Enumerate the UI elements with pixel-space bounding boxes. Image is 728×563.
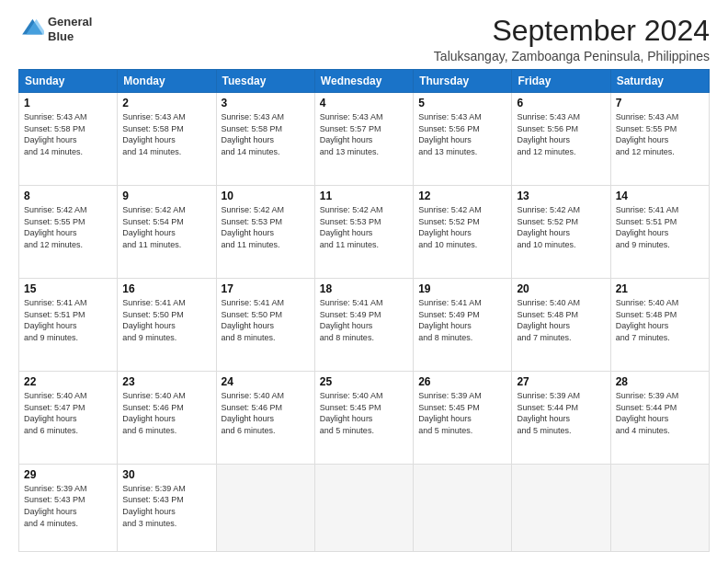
calendar-day-cell: 21 Sunrise: 5:40 AM Sunset: 5:48 PM Dayl… xyxy=(610,279,709,372)
subtitle: Taluksangay, Zamboanga Peninsula, Philip… xyxy=(434,49,710,63)
calendar-day-cell: 27 Sunrise: 5:39 AM Sunset: 5:44 PM Dayl… xyxy=(512,371,610,464)
calendar-week-row: 1 Sunrise: 5:43 AM Sunset: 5:58 PM Dayli… xyxy=(19,93,710,186)
day-number: 29 xyxy=(24,468,112,481)
day-number: 30 xyxy=(122,468,210,481)
day-number: 1 xyxy=(24,97,112,109)
day-info: Sunrise: 5:41 AM Sunset: 5:49 PM Dayligh… xyxy=(320,297,408,343)
calendar-day-cell: 14 Sunrise: 5:41 AM Sunset: 5:51 PM Dayl… xyxy=(610,186,709,279)
day-info: Sunrise: 5:41 AM Sunset: 5:51 PM Dayligh… xyxy=(616,204,704,250)
calendar-day-cell: 13 Sunrise: 5:42 AM Sunset: 5:52 PM Dayl… xyxy=(512,186,610,279)
day-number: 13 xyxy=(517,190,605,202)
day-info: Sunrise: 5:42 AM Sunset: 5:54 PM Dayligh… xyxy=(122,204,210,250)
col-monday: Monday xyxy=(118,70,216,93)
day-number: 19 xyxy=(418,282,506,295)
col-friday: Friday xyxy=(512,70,610,93)
day-info: Sunrise: 5:43 AM Sunset: 5:56 PM Dayligh… xyxy=(517,111,605,157)
calendar-week-row: 8 Sunrise: 5:42 AM Sunset: 5:55 PM Dayli… xyxy=(19,186,710,279)
header-row: Sunday Monday Tuesday Wednesday Thursday… xyxy=(19,70,710,93)
day-number: 8 xyxy=(24,190,112,202)
day-info: Sunrise: 5:43 AM Sunset: 5:57 PM Dayligh… xyxy=(320,111,408,157)
day-number: 10 xyxy=(222,190,310,202)
day-info: Sunrise: 5:42 AM Sunset: 5:52 PM Dayligh… xyxy=(517,204,605,250)
calendar-week-row: 29 Sunrise: 5:39 AM Sunset: 5:43 PM Dayl… xyxy=(19,464,710,551)
day-info: Sunrise: 5:39 AM Sunset: 5:43 PM Dayligh… xyxy=(24,483,112,529)
calendar-day-cell: 16 Sunrise: 5:41 AM Sunset: 5:50 PM Dayl… xyxy=(118,279,216,372)
calendar-day-cell: 15 Sunrise: 5:41 AM Sunset: 5:51 PM Dayl… xyxy=(19,279,118,372)
day-number: 6 xyxy=(517,97,605,109)
day-info: Sunrise: 5:39 AM Sunset: 5:44 PM Dayligh… xyxy=(517,390,605,436)
calendar-day-cell: 8 Sunrise: 5:42 AM Sunset: 5:55 PM Dayli… xyxy=(19,186,118,279)
logo-icon xyxy=(18,17,44,42)
calendar-day-cell: 11 Sunrise: 5:42 AM Sunset: 5:53 PM Dayl… xyxy=(314,186,413,279)
calendar-day-cell: 1 Sunrise: 5:43 AM Sunset: 5:58 PM Dayli… xyxy=(19,93,118,186)
logo: General Blue xyxy=(18,15,92,43)
col-sunday: Sunday xyxy=(19,70,118,93)
col-wednesday: Wednesday xyxy=(314,70,413,93)
day-number: 18 xyxy=(320,282,408,295)
day-number: 12 xyxy=(418,190,506,202)
calendar-week-row: 15 Sunrise: 5:41 AM Sunset: 5:51 PM Dayl… xyxy=(19,279,710,372)
calendar-day-cell: 26 Sunrise: 5:39 AM Sunset: 5:45 PM Dayl… xyxy=(414,371,512,464)
day-info: Sunrise: 5:39 AM Sunset: 5:43 PM Dayligh… xyxy=(122,483,210,529)
day-info: Sunrise: 5:39 AM Sunset: 5:44 PM Dayligh… xyxy=(616,390,704,436)
logo-line1: General xyxy=(48,15,92,29)
calendar-day-cell: 10 Sunrise: 5:42 AM Sunset: 5:53 PM Dayl… xyxy=(216,186,314,279)
calendar-day-cell: 6 Sunrise: 5:43 AM Sunset: 5:56 PM Dayli… xyxy=(512,93,610,186)
day-info: Sunrise: 5:42 AM Sunset: 5:55 PM Dayligh… xyxy=(24,204,112,250)
day-number: 15 xyxy=(24,282,112,295)
calendar-day-cell: 19 Sunrise: 5:41 AM Sunset: 5:49 PM Dayl… xyxy=(414,279,512,372)
day-number: 22 xyxy=(24,375,112,388)
day-number: 17 xyxy=(222,282,310,295)
col-saturday: Saturday xyxy=(610,70,709,93)
day-info: Sunrise: 5:41 AM Sunset: 5:50 PM Dayligh… xyxy=(122,297,210,343)
calendar-day-cell: 5 Sunrise: 5:43 AM Sunset: 5:56 PM Dayli… xyxy=(414,93,512,186)
calendar-day-cell: 20 Sunrise: 5:40 AM Sunset: 5:48 PM Dayl… xyxy=(512,279,610,372)
calendar-day-cell xyxy=(314,464,413,551)
day-number: 21 xyxy=(616,282,704,295)
calendar-day-cell xyxy=(216,464,314,551)
day-info: Sunrise: 5:40 AM Sunset: 5:48 PM Dayligh… xyxy=(517,297,605,343)
calendar-day-cell: 3 Sunrise: 5:43 AM Sunset: 5:58 PM Dayli… xyxy=(216,93,314,186)
day-info: Sunrise: 5:43 AM Sunset: 5:58 PM Dayligh… xyxy=(122,111,210,157)
title-block: September 2024 Taluksangay, Zamboanga Pe… xyxy=(434,15,710,63)
calendar-day-cell: 2 Sunrise: 5:43 AM Sunset: 5:58 PM Dayli… xyxy=(118,93,216,186)
day-info: Sunrise: 5:39 AM Sunset: 5:45 PM Dayligh… xyxy=(418,390,506,436)
day-info: Sunrise: 5:40 AM Sunset: 5:47 PM Dayligh… xyxy=(24,390,112,436)
calendar-day-cell: 29 Sunrise: 5:39 AM Sunset: 5:43 PM Dayl… xyxy=(19,464,118,551)
day-info: Sunrise: 5:42 AM Sunset: 5:53 PM Dayligh… xyxy=(222,204,310,250)
day-number: 9 xyxy=(122,190,210,202)
calendar-day-cell: 18 Sunrise: 5:41 AM Sunset: 5:49 PM Dayl… xyxy=(314,279,413,372)
calendar-day-cell: 12 Sunrise: 5:42 AM Sunset: 5:52 PM Dayl… xyxy=(414,186,512,279)
day-number: 5 xyxy=(418,97,506,109)
calendar-day-cell: 25 Sunrise: 5:40 AM Sunset: 5:45 PM Dayl… xyxy=(314,371,413,464)
calendar-day-cell: 28 Sunrise: 5:39 AM Sunset: 5:44 PM Dayl… xyxy=(610,371,709,464)
day-number: 25 xyxy=(320,375,408,388)
day-number: 28 xyxy=(616,375,704,388)
calendar-day-cell: 4 Sunrise: 5:43 AM Sunset: 5:57 PM Dayli… xyxy=(314,93,413,186)
day-number: 23 xyxy=(122,375,210,388)
day-number: 26 xyxy=(418,375,506,388)
day-info: Sunrise: 5:42 AM Sunset: 5:52 PM Dayligh… xyxy=(418,204,506,250)
logo-line2: Blue xyxy=(48,29,92,44)
calendar-day-cell xyxy=(610,464,709,551)
day-number: 14 xyxy=(616,190,704,202)
day-number: 27 xyxy=(517,375,605,388)
calendar-day-cell: 22 Sunrise: 5:40 AM Sunset: 5:47 PM Dayl… xyxy=(19,371,118,464)
day-number: 11 xyxy=(320,190,408,202)
calendar-day-cell: 17 Sunrise: 5:41 AM Sunset: 5:50 PM Dayl… xyxy=(216,279,314,372)
day-number: 20 xyxy=(517,282,605,295)
calendar-day-cell: 30 Sunrise: 5:39 AM Sunset: 5:43 PM Dayl… xyxy=(118,464,216,551)
calendar-day-cell: 24 Sunrise: 5:40 AM Sunset: 5:46 PM Dayl… xyxy=(216,371,314,464)
logo-text: General Blue xyxy=(48,15,92,43)
col-tuesday: Tuesday xyxy=(216,70,314,93)
day-info: Sunrise: 5:40 AM Sunset: 5:46 PM Dayligh… xyxy=(122,390,210,436)
day-info: Sunrise: 5:40 AM Sunset: 5:45 PM Dayligh… xyxy=(320,390,408,436)
day-info: Sunrise: 5:42 AM Sunset: 5:53 PM Dayligh… xyxy=(320,204,408,250)
day-number: 7 xyxy=(616,97,704,109)
calendar-day-cell: 7 Sunrise: 5:43 AM Sunset: 5:55 PM Dayli… xyxy=(610,93,709,186)
day-info: Sunrise: 5:40 AM Sunset: 5:46 PM Dayligh… xyxy=(222,390,310,436)
day-info: Sunrise: 5:43 AM Sunset: 5:56 PM Dayligh… xyxy=(418,111,506,157)
header: General Blue September 2024 Taluksangay,… xyxy=(18,15,710,63)
day-info: Sunrise: 5:43 AM Sunset: 5:58 PM Dayligh… xyxy=(222,111,310,157)
calendar-table: Sunday Monday Tuesday Wednesday Thursday… xyxy=(18,69,710,552)
